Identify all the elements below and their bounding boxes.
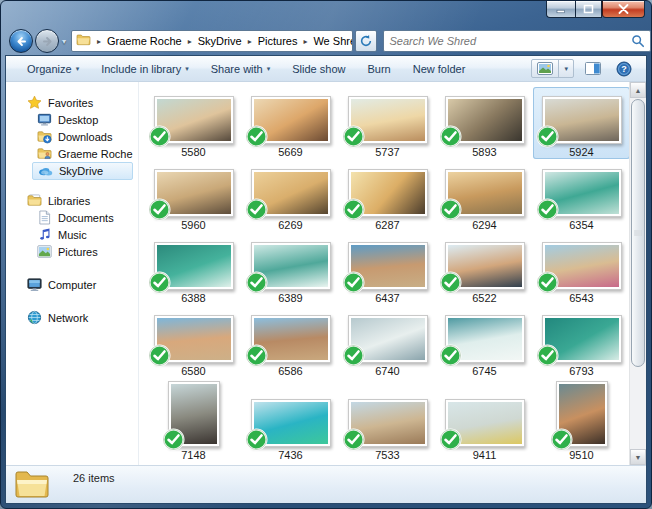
synced-check-badge <box>245 125 268 148</box>
sidebar-item-skydrive[interactable]: SkyDrive <box>32 162 133 180</box>
synced-check-icon <box>245 125 268 148</box>
search-icon[interactable] <box>631 34 645 48</box>
sidebar-section-network[interactable]: Network <box>6 309 138 326</box>
toolbar-item-share-with[interactable]: Share with▾ <box>200 59 282 79</box>
user-folder-icon <box>37 146 52 161</box>
file-item-6269[interactable]: 6269 <box>242 159 339 232</box>
file-item-6389[interactable]: 6389 <box>242 232 339 305</box>
window-controls <box>546 1 645 18</box>
synced-check-badge <box>550 428 573 451</box>
forward-button[interactable] <box>35 29 59 53</box>
file-item-5893[interactable]: 5893 <box>436 87 533 159</box>
recent-pages-chevron[interactable]: ▾ <box>62 37 66 46</box>
change-view-button[interactable] <box>532 60 558 77</box>
synced-check-icon <box>245 271 268 294</box>
sidebar-item-pictures[interactable]: Pictures <box>6 243 138 260</box>
photo-thumbnail <box>445 315 525 363</box>
sidebar-item-downloads[interactable]: Downloads <box>6 128 138 145</box>
address-bar[interactable]: ▸Graeme Roche▸SkyDrive▸Pictures▸We Shred… <box>71 30 353 52</box>
file-item-6354[interactable]: 6354 <box>533 159 630 232</box>
vertical-scrollbar[interactable]: ▲ ▼ <box>629 82 646 465</box>
file-name-label: 6437 <box>375 292 399 304</box>
synced-check-badge <box>148 271 171 294</box>
help-button[interactable]: ? <box>612 59 636 79</box>
photo-thumbnail <box>251 96 331 144</box>
file-item-6388[interactable]: 6388 <box>145 232 242 305</box>
file-item-6740[interactable]: 6740 <box>339 305 436 378</box>
sidebar-item-desktop[interactable]: Desktop <box>6 111 138 128</box>
file-item-6437[interactable]: 6437 <box>339 232 436 305</box>
file-item-7436[interactable]: 7436 <box>242 378 339 462</box>
document-icon <box>37 210 52 225</box>
file-item-5669[interactable]: 5669 <box>242 87 339 159</box>
toolbar-item-include-in-library[interactable]: Include in library▾ <box>90 59 200 79</box>
synced-check-badge <box>536 344 559 367</box>
search-box[interactable] <box>383 30 651 52</box>
file-item-7533[interactable]: 7533 <box>339 378 436 462</box>
file-item-6522[interactable]: 6522 <box>436 232 533 305</box>
breadcrumb-item[interactable]: We Shred <box>311 34 352 48</box>
file-item-6287[interactable]: 6287 <box>339 159 436 232</box>
file-item-5960[interactable]: 5960 <box>145 159 242 232</box>
photo-thumbnail <box>251 399 331 447</box>
sidebar-item-label: Pictures <box>58 246 98 258</box>
photo-thumbnail <box>251 315 331 363</box>
breadcrumb: ▸Graeme Roche▸SkyDrive▸Pictures▸We Shred <box>93 34 353 48</box>
search-input[interactable] <box>389 35 631 47</box>
synced-check-badge <box>245 344 268 367</box>
change-view-dropdown[interactable]: ▾ <box>558 60 573 77</box>
file-item-9510[interactable]: 9510 <box>533 378 630 462</box>
toolbar-item-slide-show[interactable]: Slide show <box>281 59 356 79</box>
breadcrumb-separator-icon: ▸ <box>299 37 311 46</box>
breadcrumb-item[interactable]: SkyDrive <box>196 34 244 48</box>
synced-check-badge <box>342 428 365 451</box>
back-arrow-icon <box>14 34 29 49</box>
sidebar-item-graeme-roche[interactable]: Graeme Roche <box>6 145 138 162</box>
file-item-6543[interactable]: 6543 <box>533 232 630 305</box>
file-item-6294[interactable]: 6294 <box>436 159 533 232</box>
refresh-button[interactable] <box>355 30 378 52</box>
maximize-button[interactable] <box>575 1 602 18</box>
sidebar-item-music[interactable]: Music <box>6 226 138 243</box>
title-bar[interactable] <box>1 1 651 27</box>
file-name-label: 5893 <box>472 146 496 158</box>
libraries-icon <box>27 193 42 208</box>
toolbar-item-burn[interactable]: Burn <box>356 59 401 79</box>
view-thumbnail-icon <box>537 62 553 75</box>
minimize-button[interactable] <box>546 1 575 18</box>
synced-check-badge <box>439 344 462 367</box>
file-item-6745[interactable]: 6745 <box>436 305 533 378</box>
preview-pane-button[interactable] <box>581 60 605 77</box>
synced-check-badge <box>342 271 365 294</box>
photo-thumbnail <box>251 169 331 217</box>
scroll-up-button[interactable]: ▲ <box>630 82 646 98</box>
toolbar-item-organize[interactable]: Organize▾ <box>16 59 90 79</box>
synced-check-icon <box>439 198 462 221</box>
breadcrumb-item[interactable]: Pictures <box>256 34 300 48</box>
file-item-7148[interactable]: 7148 <box>145 378 242 462</box>
scroll-down-button[interactable]: ▼ <box>630 449 646 465</box>
file-item-5580[interactable]: 5580 <box>145 87 242 159</box>
file-item-6793[interactable]: 6793 <box>533 305 630 378</box>
file-item-9411[interactable]: 9411 <box>436 378 533 462</box>
minimize-icon <box>556 4 566 14</box>
file-item-6586[interactable]: 6586 <box>242 305 339 378</box>
file-item-6580[interactable]: 6580 <box>145 305 242 378</box>
sidebar-section-libraries[interactable]: Libraries <box>6 192 138 209</box>
back-button[interactable] <box>9 29 33 53</box>
computer-icon <box>27 277 42 292</box>
sidebar-section-label: Network <box>48 312 88 324</box>
sidebar-section-computer[interactable]: Computer <box>6 276 138 293</box>
file-item-5924[interactable]: 5924 <box>533 87 630 159</box>
close-button[interactable] <box>602 1 645 18</box>
synced-check-badge <box>439 125 462 148</box>
file-item-5737[interactable]: 5737 <box>339 87 436 159</box>
synced-check-badge <box>342 198 365 221</box>
breadcrumb-item[interactable]: Graeme Roche <box>105 34 184 48</box>
synced-check-badge <box>536 125 559 148</box>
sidebar-section-favorites[interactable]: Favorites <box>6 94 138 111</box>
sidebar-item-documents[interactable]: Documents <box>6 209 138 226</box>
scrollbar-thumb[interactable] <box>631 99 645 367</box>
toolbar-item-new-folder[interactable]: New folder <box>402 59 477 79</box>
change-view-button-group: ▾ <box>531 59 574 78</box>
